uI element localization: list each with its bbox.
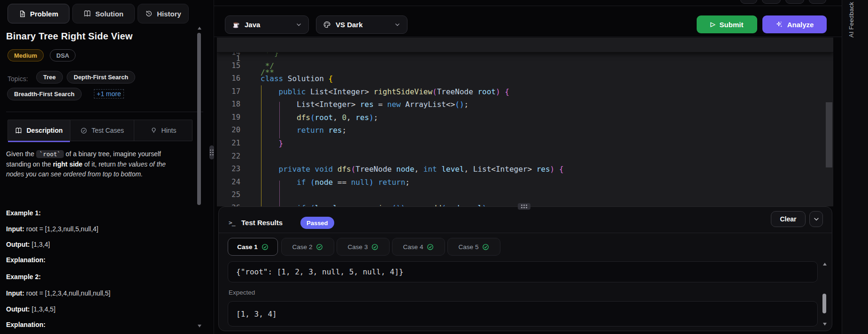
- analyze-button[interactable]: Analyze: [762, 15, 827, 33]
- topic-chip-dfs[interactable]: Depth-First Search: [67, 71, 135, 84]
- toolbar-bottom-border: [214, 37, 842, 37]
- ai-feedback-rail[interactable]: [842, 0, 868, 334]
- tab-test-cases[interactable]: Test Cases: [70, 120, 134, 141]
- check-circle-icon: [371, 243, 378, 250]
- tab-hints[interactable]: Hints: [134, 120, 192, 141]
- topic-chip-tree[interactable]: Tree: [36, 71, 63, 84]
- coffee-java-icon: [232, 21, 240, 29]
- code-line-16: 16class Solution {: [217, 72, 833, 85]
- chevron-down-icon: [296, 22, 302, 28]
- status-badge: Passed: [300, 217, 334, 229]
- editor-scrollbar[interactable]: [826, 102, 832, 167]
- submit-button-label: Submit: [720, 21, 744, 29]
- ai-feedback-tab-label[interactable]: AI Feedback: [848, 0, 855, 38]
- check-circle-icon: [427, 243, 434, 250]
- tab-description[interactable]: Description: [8, 120, 70, 141]
- bracket-guide-class: [261, 85, 261, 206]
- code-line-24: 24 if (node == null) return;: [217, 176, 833, 189]
- app-window: Problem Solution History Binary Tree Rig…: [0, 0, 868, 334]
- scrollbar-down-arrow[interactable]: [198, 325, 201, 327]
- case-tab-label: Case 4: [403, 243, 423, 250]
- case-tab-4[interactable]: Case 4: [392, 238, 445, 256]
- expected-label: Expected: [229, 289, 255, 296]
- case-tab-label: Case 5: [459, 243, 479, 250]
- submit-button[interactable]: ▷ Submit: [697, 15, 757, 33]
- problem-description: Given the `root` of a binary tree, imagi…: [6, 149, 169, 180]
- sticky-scroll-line: 1 /**: [217, 38, 833, 53]
- grip-dots-icon: [210, 150, 214, 156]
- palette-icon: [323, 21, 331, 29]
- code-line-22: 22: [217, 150, 833, 163]
- code-editor[interactable]: 14 * }15 */16class Solution {17 public L…: [217, 38, 833, 206]
- code-line-19: 19 dfs(root, 0, res);: [217, 111, 833, 124]
- panel-resize-handle[interactable]: [209, 145, 214, 159]
- example-2-output: Output: [1,3,4,5]: [6, 305, 55, 313]
- editor-action-button-3[interactable]: [785, 0, 804, 4]
- code-line-15: 15 */: [217, 60, 833, 73]
- theme-select[interactable]: VS Dark: [316, 15, 407, 34]
- editor-action-button-1[interactable]: [740, 0, 757, 4]
- page-title: Binary Tree Right Side View: [6, 31, 133, 42]
- left-panel-scrollbar[interactable]: [197, 33, 201, 205]
- example-2-explanation: Explanation:: [6, 321, 46, 328]
- book-icon: [84, 10, 91, 17]
- bracket-guide-method-1: [279, 102, 280, 138]
- code-text: /**: [261, 68, 274, 77]
- divider: [6, 112, 203, 112]
- tab-hints-label: Hints: [161, 127, 177, 134]
- theme-select-value: VS Dark: [336, 21, 363, 29]
- case-input-box[interactable]: {"root": [1, 2, 3, null, 5, null, 4]}: [228, 261, 818, 282]
- expected-output-value: [1, 3, 4]: [236, 310, 277, 319]
- panel-divider: [214, 0, 214, 334]
- results-scrollbar-down-arrow[interactable]: [823, 323, 827, 326]
- play-icon: ▷: [711, 21, 715, 27]
- content-tabs: Description Test Cases Hints: [8, 120, 192, 141]
- book-open-icon: [15, 127, 22, 134]
- tab-problem-label: Problem: [30, 10, 58, 18]
- tab-history[interactable]: History: [138, 4, 189, 23]
- inline-code-root: `root`: [36, 150, 64, 158]
- line-number: 1: [217, 52, 240, 66]
- results-scrollbar[interactable]: [822, 294, 826, 313]
- language-select[interactable]: Java: [225, 15, 309, 34]
- check-circle-icon: [261, 243, 269, 250]
- tab-solution[interactable]: Solution: [72, 4, 135, 23]
- example-1-heading: Example 1:: [6, 209, 41, 217]
- topics-label: Topics:: [8, 75, 28, 83]
- case-tab-1[interactable]: Case 1: [228, 238, 278, 256]
- editor-action-button-2[interactable]: [762, 0, 781, 4]
- tab-problem[interactable]: Problem: [8, 4, 69, 23]
- code-line-20: 20 return res;: [217, 124, 833, 137]
- case-input-value: {"root": [1, 2, 3, null, 5, null, 4]}: [236, 267, 403, 276]
- results-scrollbar-up-arrow[interactable]: [823, 263, 827, 266]
- more-topics-link[interactable]: +1 more: [94, 89, 124, 99]
- tab-history-label: History: [157, 10, 181, 18]
- test-results-title: Test Results: [241, 219, 283, 227]
- results-header-divider: [219, 233, 832, 233]
- topic-chip-bfs[interactable]: Breadth-First Search: [7, 88, 82, 100]
- case-tab-2[interactable]: Case 2: [281, 238, 334, 256]
- example-1-output: Output: [1,3,4]: [6, 241, 50, 248]
- language-select-value: Java: [245, 21, 260, 29]
- example-2-heading: Example 2:: [6, 273, 41, 281]
- chevron-down-icon: [394, 22, 400, 28]
- results-resize-handle[interactable]: [518, 203, 530, 210]
- check-circle-icon: [80, 127, 87, 134]
- check-circle-icon: [316, 243, 323, 250]
- chevron-down-icon: [813, 216, 820, 222]
- case-tab-label: Case 2: [292, 243, 313, 250]
- check-circle-icon: [482, 243, 489, 250]
- expected-output-box[interactable]: [1, 3, 4]: [228, 301, 818, 326]
- tab-solution-label: Solution: [95, 10, 123, 18]
- lightbulb-icon: [150, 127, 157, 134]
- case-tab-3[interactable]: Case 3: [337, 238, 390, 256]
- difficulty-badge: Medium: [8, 49, 44, 61]
- collapse-results-button[interactable]: [809, 211, 823, 227]
- clear-button[interactable]: Clear: [771, 211, 806, 227]
- code-line-23: 23 private void dfs(TreeNode node, int l…: [217, 163, 833, 176]
- document-icon: [19, 10, 26, 17]
- case-tab-5[interactable]: Case 5: [447, 238, 500, 256]
- editor-action-button-4[interactable]: [809, 0, 826, 4]
- scrollbar-up-arrow[interactable]: [198, 27, 201, 30]
- case-tab-label: Case 1: [237, 243, 258, 250]
